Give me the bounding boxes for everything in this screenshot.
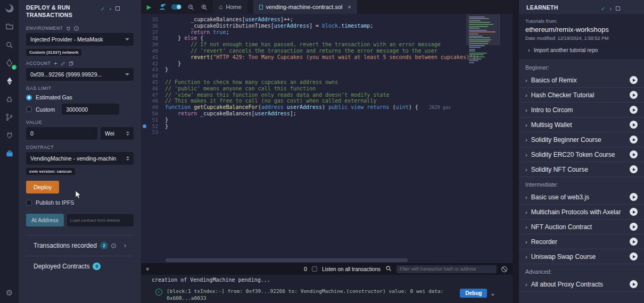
tab-home[interactable]: ⌂ Home bbox=[213, 0, 247, 14]
code-line[interactable]: 41 revert("HTTP 429: Too Many Cupcakes (… bbox=[141, 54, 513, 61]
code-editor[interactable]: 35 _cupcakeBalances[userAddress]++;36 _c… bbox=[141, 14, 513, 263]
assistant-user-icon[interactable] bbox=[158, 3, 167, 11]
code-line[interactable]: 39 // If not enough time has passed, rev… bbox=[141, 41, 513, 48]
zoom-out-icon[interactable] bbox=[186, 3, 195, 11]
code-line[interactable]: 42 } bbox=[141, 61, 513, 67]
zoom-in-icon[interactable] bbox=[200, 3, 208, 11]
play-button[interactable] bbox=[630, 252, 638, 260]
estimated-gas-option[interactable]: Estimated Gas bbox=[26, 94, 134, 100]
import-repo-link[interactable]: › Import another tutorial repo bbox=[525, 47, 638, 53]
code-line[interactable]: 51} bbox=[141, 117, 513, 123]
code-line[interactable]: 46// 'public' means anyone can call this… bbox=[141, 86, 513, 92]
code-line[interactable]: 38 } else { bbox=[141, 35, 513, 41]
solidity-compiler-icon[interactable]: ✓ bbox=[4, 57, 15, 69]
terminal-search-icon[interactable] bbox=[385, 265, 392, 273]
checkbox-icon[interactable] bbox=[26, 200, 32, 206]
code-line[interactable]: 44 bbox=[141, 73, 513, 79]
chevron-right-icon[interactable]: › bbox=[609, 5, 612, 12]
tutorial-item[interactable]: ›All about Proxy Contracts bbox=[519, 277, 644, 292]
environment-select[interactable]: Injected Provider - MetaMask bbox=[26, 33, 134, 46]
copilot-toggle[interactable] bbox=[171, 4, 181, 10]
play-button[interactable] bbox=[630, 208, 638, 216]
deploy-button[interactable]: Deploy bbox=[26, 181, 59, 193]
listen-checkbox[interactable] bbox=[312, 266, 317, 272]
breakpoint-icon[interactable] bbox=[141, 124, 148, 128]
add-account-icon[interactable]: + bbox=[54, 61, 57, 66]
at-address-button[interactable]: At Address bbox=[26, 214, 64, 226]
code-line[interactable]: 49function getCupcakeBalanceFor(address … bbox=[141, 104, 513, 111]
plugin-manager-icon[interactable] bbox=[4, 129, 15, 141]
publish-ipfs-option[interactable]: Publish to IPFS bbox=[26, 199, 134, 206]
tutorial-item[interactable]: ›Hash Checker Tutorial bbox=[519, 88, 644, 103]
play-button[interactable] bbox=[630, 91, 638, 99]
play-button[interactable] bbox=[630, 150, 638, 158]
play-button[interactable] bbox=[630, 165, 638, 173]
chevron-down-icon[interactable]: ⌄ bbox=[491, 290, 494, 297]
tutorial-item[interactable]: ›Intro to Circom bbox=[519, 103, 644, 117]
code-line[interactable]: 47// 'view' means this function only rea… bbox=[141, 92, 513, 98]
file-explorer-icon[interactable] bbox=[4, 21, 15, 32]
transactions-recorded-row[interactable]: Transactions recorded 2 i › bbox=[26, 235, 134, 256]
code-line[interactable]: 50 return _cupcakeBalances[userAddress]; bbox=[141, 111, 513, 117]
radio-icon[interactable] bbox=[26, 106, 32, 112]
at-address-input[interactable] bbox=[67, 214, 134, 226]
expand-panel-icon[interactable] bbox=[115, 6, 120, 11]
play-button[interactable] bbox=[630, 106, 638, 114]
code-line[interactable]: 45// Function to check how many cupcakes… bbox=[141, 79, 513, 86]
play-button[interactable] bbox=[630, 238, 638, 246]
close-icon[interactable]: × bbox=[348, 4, 351, 10]
play-button[interactable] bbox=[630, 193, 638, 201]
info-icon[interactable]: i bbox=[111, 243, 116, 248]
debug-button[interactable]: Debug bbox=[460, 289, 487, 298]
transaction-log-entry[interactable]: ✓ [block:1 txIndex:-] from: 0xf39...9226… bbox=[141, 288, 513, 303]
play-button[interactable] bbox=[630, 136, 638, 144]
deploy-run-icon[interactable] bbox=[4, 75, 15, 87]
terminal-filter-input[interactable] bbox=[397, 265, 497, 273]
tutorial-item[interactable]: ›Solidity Beginner Course bbox=[519, 132, 644, 147]
code-line[interactable]: 52} bbox=[141, 123, 513, 130]
play-button[interactable] bbox=[630, 223, 638, 231]
run-script-icon[interactable]: ▶ bbox=[145, 3, 153, 11]
value-input[interactable]: 0 bbox=[26, 127, 97, 140]
account-select[interactable]: 0xf39...92266 (9999.99929... bbox=[26, 68, 134, 81]
tutorial-item[interactable]: ›Basic use of web3.js bbox=[519, 190, 644, 205]
chevron-right-icon[interactable]: › bbox=[109, 5, 111, 12]
chevron-right-icon[interactable]: › bbox=[124, 242, 126, 249]
info-icon[interactable]: i bbox=[74, 26, 79, 31]
radio-selected-icon[interactable] bbox=[26, 95, 32, 100]
tutorial-item[interactable]: ›Solidity NFT Course bbox=[519, 162, 644, 177]
debugger-icon[interactable] bbox=[4, 93, 15, 105]
stepper-arrows-icon[interactable] bbox=[126, 131, 129, 136]
expand-terminal-icon[interactable]: » bbox=[145, 267, 151, 271]
tutorial-item[interactable]: ›Multisig Wallet bbox=[519, 117, 644, 132]
play-button[interactable] bbox=[630, 280, 638, 288]
code-line[interactable]: 40 // 'revert' cancels the transaction a… bbox=[141, 48, 513, 54]
search-icon[interactable] bbox=[4, 39, 15, 50]
code-line[interactable]: 36 _cupcakeDistributionTimes[userAddress… bbox=[141, 23, 513, 29]
clear-console-icon[interactable] bbox=[501, 266, 507, 272]
tab-file[interactable]: vending-machine-contract.sol × bbox=[253, 0, 357, 14]
contract-select[interactable]: VendingMachine - vending-machin bbox=[26, 152, 134, 165]
value-unit-select[interactable]: Wei bbox=[101, 127, 134, 140]
code-line[interactable]: 43} bbox=[141, 66, 513, 73]
tutorial-item[interactable]: ›Recorder bbox=[519, 234, 644, 249]
expand-panel-icon[interactable] bbox=[616, 6, 620, 11]
tutorial-item[interactable]: ›NFT Auction Contract bbox=[519, 220, 644, 234]
tutorial-item[interactable]: ›Uniswap Swap Course bbox=[519, 249, 644, 264]
code-line[interactable]: 48// This makes it free to call (no gas … bbox=[141, 98, 513, 104]
custom-gas-option[interactable]: Custom 3000000 bbox=[26, 104, 134, 115]
code-line[interactable]: 37 return true; bbox=[141, 29, 513, 36]
tutorial-item[interactable]: ›Solidity ERC20 Token Course bbox=[519, 147, 644, 162]
code-line[interactable]: 53 bbox=[141, 129, 513, 136]
minimap-viewport[interactable] bbox=[466, 14, 500, 45]
code-line[interactable]: 35 _cupcakeBalances[userAddress]++; bbox=[141, 16, 513, 23]
play-button[interactable] bbox=[630, 76, 638, 84]
learneth-plugin-icon[interactable] bbox=[4, 147, 15, 159]
horizontal-scrollbar[interactable] bbox=[166, 258, 408, 262]
tutorial-item[interactable]: ›Multichain Protocols with Axelar bbox=[519, 205, 644, 220]
settings-icon[interactable]: ⚙ bbox=[4, 287, 15, 299]
deployed-contracts-row[interactable]: Deployed Contracts 0 bbox=[26, 256, 134, 276]
play-button[interactable] bbox=[630, 121, 638, 129]
custom-gas-input[interactable]: 3000000 bbox=[62, 104, 119, 115]
tutorial-item[interactable]: ›Basics of Remix bbox=[519, 73, 644, 88]
